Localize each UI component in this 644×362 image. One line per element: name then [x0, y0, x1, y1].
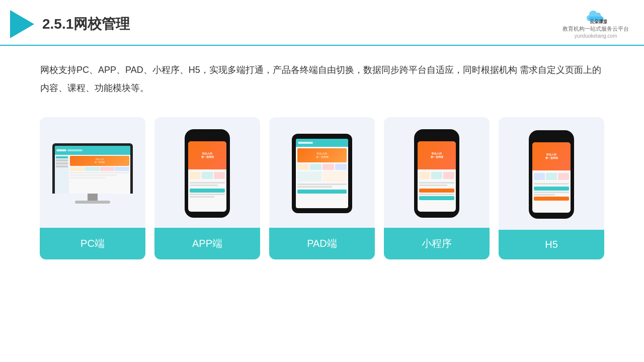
- description-paragraph: 网校支持PC、APP、PAD、小程序、H5，实现多端打通，产品各终端自由切换，数…: [40, 61, 604, 97]
- card-app-label: APP端: [154, 228, 260, 259]
- card-pc-image: 职达人的第一堂网课: [40, 117, 145, 228]
- card-pad-label: PAD端: [269, 228, 375, 259]
- brand-area: 云朵课堂 教育机构一站式服务云平台 yunduoketang.com: [562, 9, 629, 39]
- pc-screen-outer: 职达人的第一堂网课: [52, 143, 133, 194]
- description-text: 网校支持PC、APP、PAD、小程序、H5，实现多端打通，产品各终端自由切换，数…: [0, 46, 644, 107]
- card-pc: 职达人的第一堂网课: [40, 117, 145, 259]
- brand-url: yunduoketang.com: [575, 33, 617, 39]
- svg-text:云朵课堂: 云朵课堂: [590, 19, 607, 24]
- pc-mockup: 职达人的第一堂网课: [52, 143, 133, 204]
- app-phone-screen: 职达人的第一堂网课: [188, 141, 226, 212]
- miniprogram-phone-mockup: 职达人的第一堂网课: [414, 129, 459, 218]
- cloud-icon: 云朵课堂: [585, 9, 607, 24]
- logo-triangle-icon: [10, 10, 34, 38]
- pc-base: [75, 201, 110, 204]
- brand-logo: 云朵课堂: [585, 9, 607, 24]
- card-miniprogram: 职达人的第一堂网课: [384, 117, 490, 259]
- card-h5-image: 职达人的第一堂网课: [499, 117, 604, 230]
- card-pad-image: 职达人的第一堂网课: [269, 117, 375, 228]
- brand-slogan: 教育机构一站式服务云平台: [562, 25, 629, 33]
- card-pad: 职达人的第一堂网课: [269, 117, 375, 259]
- card-h5: 职达人的第一堂网课: [499, 117, 604, 259]
- pc-screen-inner: 职达人的第一堂网课: [55, 146, 130, 194]
- cards-container: 职达人的第一堂网课: [0, 107, 644, 275]
- miniprogram-phone-screen: 职达人的第一堂网课: [418, 141, 456, 212]
- card-miniprogram-label: 小程序: [384, 228, 490, 259]
- card-app: 职达人的第一堂网课: [154, 117, 260, 259]
- page-title: 2.5.1网校管理: [42, 15, 130, 34]
- card-pc-label: PC端: [40, 228, 145, 259]
- header-left: 2.5.1网校管理: [10, 10, 130, 38]
- card-app-image: 职达人的第一堂网课: [154, 117, 260, 228]
- pc-stand: [88, 194, 98, 201]
- app-phone-mockup: 职达人的第一堂网课: [185, 129, 230, 218]
- phone-notch: [200, 135, 215, 139]
- page-header: 2.5.1网校管理 云朵课堂 教育机构一站式服务云平台 yunduoketang…: [0, 0, 644, 46]
- phone-notch3: [544, 136, 559, 140]
- h5-phone-screen: 职达人的第一堂网课: [532, 142, 571, 213]
- phone-notch2: [429, 135, 444, 139]
- card-h5-label: H5: [499, 230, 604, 259]
- card-miniprogram-image: 职达人的第一堂网课: [384, 117, 490, 228]
- h5-phone-mockup: 职达人的第一堂网课: [529, 130, 574, 219]
- pad-tablet-mockup: 职达人的第一堂网课: [292, 134, 352, 213]
- pad-tablet-screen: 职达人的第一堂网课: [296, 139, 348, 208]
